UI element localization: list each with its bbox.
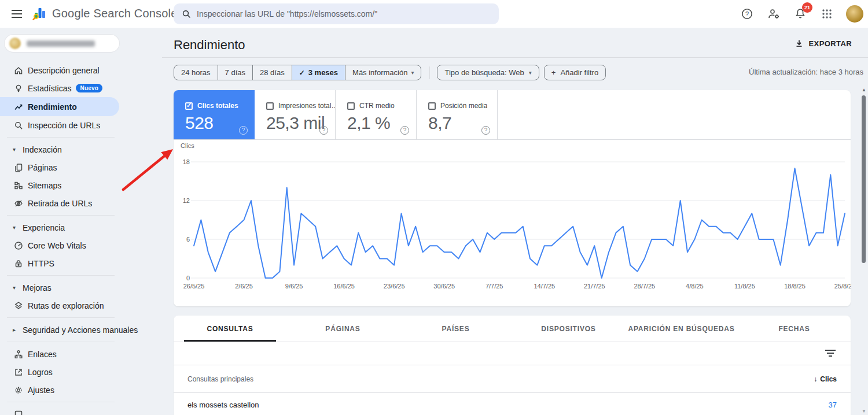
sidebar-item-insights[interactable]: Estadísticas Nuevo [0, 79, 162, 97]
help-icon[interactable]: ? [481, 126, 490, 135]
svg-text:11/8/25: 11/8/25 [734, 283, 755, 290]
sidebar-item-pages[interactable]: Páginas [0, 158, 162, 176]
svg-text:?: ? [745, 10, 749, 17]
table-row[interactable]: els mossets castellon 37 [174, 393, 851, 415]
sidebar-nav: Descripción general Estadísticas Nuevo R… [0, 61, 162, 415]
chevron-right-icon: ▸ [13, 327, 19, 333]
chevron-down-icon: ▾ [13, 284, 19, 291]
google-apps-grid-icon[interactable] [819, 6, 834, 21]
user-settings-icon[interactable] [766, 6, 781, 21]
metric-card-avg-ctr[interactable]: CTR medio 2,1 % ? [336, 90, 417, 139]
tab-dates[interactable]: FECHAS [738, 316, 851, 342]
property-selector[interactable] [5, 35, 119, 52]
chevron-down-icon: ▾ [13, 224, 19, 231]
queries-column-header: Consultas principales [187, 375, 253, 383]
layers-icon [14, 301, 23, 310]
vertical-scrollbar[interactable]: ▲ ▼ [860, 83, 867, 415]
tab-search-appearance[interactable]: APARICIÓN EN BÚSQUEDAS [625, 316, 738, 342]
metric-card-total-clicks[interactable]: Clics totales 528 ? [174, 90, 255, 139]
add-filter-chip[interactable]: + Añadir filtro [544, 65, 606, 80]
tab-devices[interactable]: DISPOSITIVOS [512, 316, 625, 342]
menu-icon[interactable] [9, 7, 24, 21]
svg-text:12: 12 [183, 197, 190, 204]
scroll-up-icon[interactable]: ▲ [862, 87, 866, 92]
metric-card-avg-position[interactable]: Posición media 8,7 ? [417, 90, 498, 139]
tab-countries[interactable]: PAÍSES [399, 316, 512, 342]
range-7d-button[interactable]: 7 días [218, 65, 253, 80]
checkbox-unchecked-icon[interactable] [347, 102, 355, 110]
topbar-actions: ? 21 [740, 0, 863, 28]
checkbox-unchecked-icon[interactable] [266, 102, 274, 110]
sidebar-divider [7, 402, 115, 402]
help-icon[interactable]: ? [319, 126, 328, 135]
metric-card-total-impressions[interactable]: Impresiones total… 25,3 mil ? [255, 90, 336, 139]
filter-list-icon[interactable] [825, 350, 836, 358]
url-inspection-searchbar[interactable] [174, 3, 499, 24]
app-title: Google Search Console [52, 7, 178, 20]
checkbox-unchecked-icon[interactable] [428, 102, 436, 110]
sidebar-item-core-web-vitals[interactable]: Core Web Vitals [0, 236, 162, 254]
metric-cards: Clics totales 528 ? Impresiones total… 2… [174, 90, 851, 140]
range-28d-button[interactable]: 28 días [253, 65, 292, 80]
svg-text:9/6/25: 9/6/25 [285, 283, 303, 290]
sidebar-section-enhancements[interactable]: ▾ Mejoras [0, 279, 162, 297]
page-title: Rendimiento [174, 38, 245, 53]
check-icon: ✓ [299, 69, 305, 77]
sidebar-item-performance[interactable]: Rendimiento [0, 97, 119, 116]
notifications-bell-icon[interactable]: 21 [793, 6, 808, 21]
sidebar-section-indexing[interactable]: ▾ Indexación [0, 140, 162, 158]
sidebar-item-achievements[interactable]: Logros [0, 363, 162, 381]
help-icon[interactable]: ? [400, 126, 409, 135]
sidebar-item-sitemaps[interactable]: Sitemaps [0, 176, 162, 194]
sidebar-item-removals[interactable]: Retirada de URLs [0, 194, 162, 212]
help-icon[interactable]: ? [740, 6, 755, 21]
clicks-sort-header[interactable]: ↓ Clics [814, 375, 837, 383]
sidebar-item-https[interactable]: HTTPS [0, 254, 162, 272]
speedometer-icon [14, 241, 23, 250]
svg-text:14/7/25: 14/7/25 [534, 283, 555, 290]
sidebar-section-security[interactable]: ▸ Seguridad y Acciones manuales [0, 321, 162, 339]
sidebar-section-experience[interactable]: ▾ Experiencia [0, 218, 162, 236]
svg-text:7/7/25: 7/7/25 [486, 283, 503, 290]
svg-text:6: 6 [186, 236, 190, 243]
search-input[interactable] [197, 9, 491, 18]
svg-text:18: 18 [183, 158, 190, 165]
sort-down-icon: ↓ [814, 375, 817, 383]
sidebar-item-breadcrumbs[interactable]: Rutas de exploración [0, 297, 162, 314]
sidebar-divider [7, 215, 115, 216]
svg-text:25/8/25: 25/8/25 [834, 283, 851, 290]
performance-chart-panel: Clics totales 528 ? Impresiones total… 2… [174, 90, 851, 306]
sidebar-item-partial[interactable] [0, 405, 162, 415]
tab-pages[interactable]: PÁGINAS [286, 316, 399, 342]
download-icon [795, 39, 804, 48]
query-cell: els mossets castellon [187, 401, 259, 409]
checkbox-checked-icon[interactable] [185, 102, 193, 110]
sidebar-item-links[interactable]: Enlaces [0, 345, 162, 363]
table-header-row: Consultas principales ↓ Clics [174, 365, 851, 393]
clicks-cell: 37 [829, 401, 837, 409]
sitemaps-icon [14, 181, 23, 190]
svg-text:Clics: Clics [181, 142, 194, 149]
svg-text:30/6/25: 30/6/25 [433, 283, 455, 290]
plus-icon: + [551, 68, 556, 77]
more-info-dropdown[interactable]: Más información ▾ [345, 65, 421, 80]
magnifier-icon [14, 121, 23, 130]
user-avatar[interactable] [846, 5, 863, 23]
new-badge: Nuevo [76, 84, 102, 92]
range-24h-button[interactable]: 24 horas [174, 65, 218, 80]
sidebar-item-settings[interactable]: Ajustes [0, 381, 162, 399]
range-3m-button[interactable]: ✓ 3 meses [292, 65, 345, 80]
property-avatar [9, 38, 21, 49]
svg-text:28/7/25: 28/7/25 [634, 283, 655, 290]
scroll-down-icon[interactable]: ▼ [862, 409, 866, 414]
sidebar-item-overview[interactable]: Descripción general [0, 61, 162, 79]
sidebar-item-url-inspection[interactable]: Inspección de URLs [0, 116, 162, 134]
scrollbar-thumb[interactable] [862, 95, 866, 263]
export-button[interactable]: EXPORTAR [795, 39, 852, 48]
help-icon[interactable]: ? [239, 126, 248, 135]
svg-text:26/5/25: 26/5/25 [183, 283, 205, 290]
tab-queries[interactable]: CONSULTAS [174, 316, 286, 342]
chevron-down-icon: ▾ [411, 69, 414, 76]
search-type-chip[interactable]: Tipo de búsqueda: Web ▾ [437, 65, 539, 80]
filter-separator [429, 66, 430, 79]
